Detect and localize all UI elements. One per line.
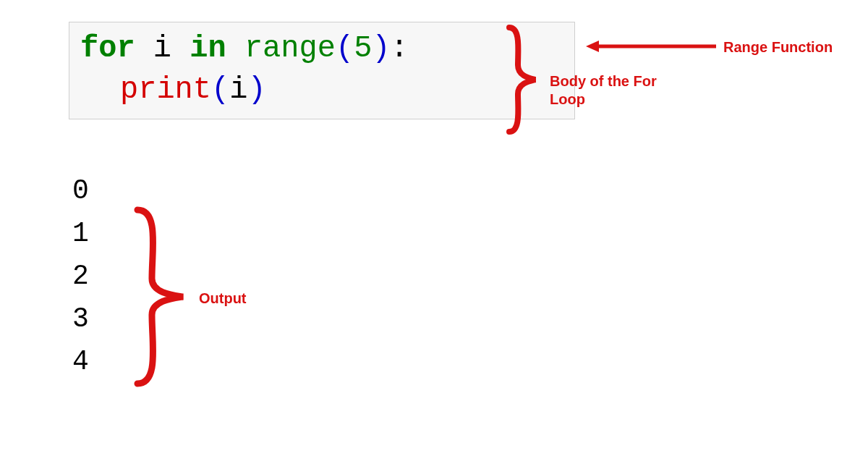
open-paren: ( — [336, 31, 354, 66]
output-line: 0 — [72, 170, 89, 213]
arrow-range-icon — [586, 38, 716, 55]
label-output: Output — [199, 290, 247, 308]
svg-marker-1 — [586, 41, 599, 52]
arg-i: i — [229, 72, 247, 107]
code-line-1: for i in range(5): — [80, 28, 563, 69]
variable-i: i — [135, 31, 190, 66]
open-paren-2: ( — [211, 72, 229, 107]
space — [226, 31, 244, 66]
output-block: 0 1 2 3 4 — [72, 170, 89, 383]
label-body: Body of the For Loop — [550, 72, 665, 109]
output-line: 2 — [72, 256, 89, 298]
arg-5: 5 — [354, 31, 372, 66]
output-line: 1 — [72, 213, 89, 256]
function-range: range — [244, 31, 336, 66]
keyword-in: in — [190, 31, 226, 66]
brace-body-icon — [501, 22, 544, 138]
code-block: for i in range(5): print(i) — [69, 22, 575, 119]
close-paren: ) — [372, 31, 390, 66]
label-range-function: Range Function — [723, 38, 833, 56]
brace-output-icon — [127, 203, 192, 391]
output-line: 3 — [72, 298, 89, 341]
colon: : — [391, 31, 409, 66]
code-line-2: print(i) — [80, 69, 563, 111]
keyword-for: for — [80, 31, 135, 66]
close-paren-2: ) — [247, 72, 265, 107]
output-line: 4 — [72, 341, 89, 384]
function-print: print — [120, 72, 211, 107]
